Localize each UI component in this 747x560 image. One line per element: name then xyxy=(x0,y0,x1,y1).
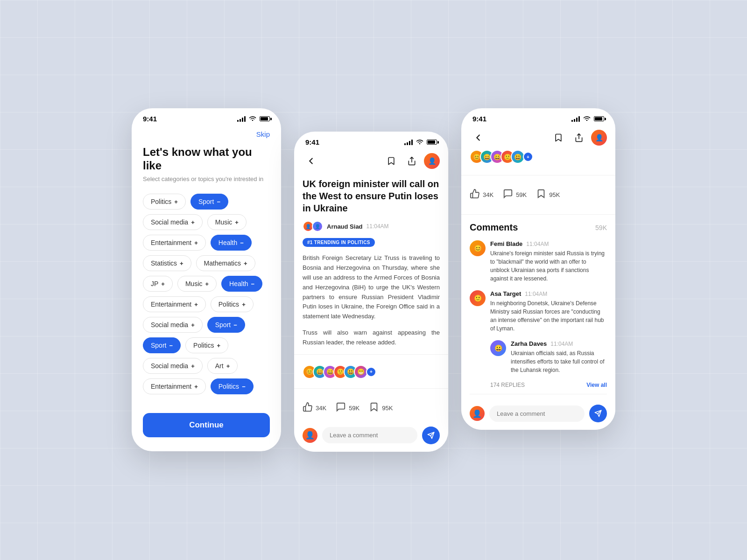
tag-health-2[interactable]: Health − xyxy=(221,276,262,292)
tag-art[interactable]: Art + xyxy=(207,358,238,374)
tag-music-2[interactable]: Music + xyxy=(177,276,217,292)
s3-likes-val: 34K xyxy=(483,191,493,198)
tag-add-icon-2: + xyxy=(191,219,195,226)
signal-icon-2 xyxy=(404,140,413,145)
tag-statistics[interactable]: Statistics + xyxy=(143,255,191,271)
tag-remove-icon-2: − xyxy=(240,239,244,246)
s3-comment-input-row: 👤 xyxy=(461,400,615,430)
wifi-icon-1 xyxy=(249,115,256,122)
tag-remove-icon: − xyxy=(217,198,220,205)
tag-music-1[interactable]: Music + xyxy=(207,214,247,230)
tag-add-icon-11: + xyxy=(191,322,195,329)
comment-icon xyxy=(336,402,346,414)
article-nav: 👤 xyxy=(294,149,448,173)
comment-input[interactable] xyxy=(322,427,417,443)
asa-time: 11:04AM xyxy=(525,291,547,297)
s3-send-button[interactable] xyxy=(589,405,607,422)
comments-count[interactable]: 59K xyxy=(336,402,359,414)
tag-health-1[interactable]: Health − xyxy=(211,235,252,251)
tag-entertainment-2[interactable]: Entertainment + xyxy=(143,296,206,312)
zarha-time: 11:04AM xyxy=(550,341,573,347)
status-bar-3: 9:41 xyxy=(461,108,615,126)
tag-add-icon-6: + xyxy=(244,260,247,267)
user-avatar-3[interactable]: 👤 xyxy=(591,130,607,146)
tag-socialmedia-1[interactable]: Social media + xyxy=(143,214,203,230)
share-button-3[interactable] xyxy=(571,129,587,146)
battery-icon-1 xyxy=(260,116,270,121)
comments-value: 59K xyxy=(349,405,359,412)
comment-asa: 🙂 Asa Target 11:04AM In neighboring Done… xyxy=(470,290,607,333)
tag-add-icon-9: + xyxy=(194,301,198,308)
article-title: UK foreign minister will call on the Wes… xyxy=(303,178,440,214)
time-3: 9:41 xyxy=(472,115,486,123)
back-button[interactable] xyxy=(303,153,319,169)
tag-politics-3[interactable]: Politics + xyxy=(185,337,228,353)
s3-bookmarks-react[interactable]: 95K xyxy=(536,189,560,201)
status-bar-1: 9:41 xyxy=(132,108,281,126)
nested-comment-zarha: 😀 Zarha Daves 11:04AM Ukrainian official… xyxy=(490,340,607,374)
zarha-name: Zarha Daves xyxy=(511,340,547,347)
comments-section: Comments 59K 😊 Femi Blade 11:04AM Ukrain… xyxy=(461,220,615,400)
s3-comment-input[interactable] xyxy=(489,406,585,422)
view-all-button[interactable]: View all xyxy=(586,382,607,388)
s3-bookmark-icon xyxy=(536,189,546,201)
skip-button[interactable]: Skip xyxy=(143,130,270,138)
tag-socialmedia-3[interactable]: Social media + xyxy=(143,358,203,374)
tag-remove-icon-6: − xyxy=(242,383,246,390)
bookmarks-count[interactable]: 95K xyxy=(369,402,393,414)
wifi-icon-2 xyxy=(416,139,423,146)
s3-like-icon xyxy=(470,189,480,201)
tag-politics-active[interactable]: Politics − xyxy=(211,378,254,394)
replies-row: 174 REPLIES View all xyxy=(490,382,607,388)
time-1: 9:41 xyxy=(143,115,157,123)
signal-icon-3 xyxy=(571,116,580,122)
page-subtitle: Select categories or topics you're intre… xyxy=(143,175,270,182)
tag-jp[interactable]: JP + xyxy=(143,276,173,292)
tag-remove-icon-3: − xyxy=(251,280,255,287)
s3-avatar-plus: + xyxy=(523,152,533,162)
tag-politics-2[interactable]: Politics + xyxy=(211,296,254,312)
likes-count[interactable]: 34K xyxy=(303,402,326,414)
tag-add-icon-4: + xyxy=(194,239,198,246)
share-button[interactable] xyxy=(403,153,420,169)
continue-button[interactable]: Continue xyxy=(143,413,270,437)
bookmark-count-icon xyxy=(369,402,379,414)
tag-sport-1[interactable]: Sport − xyxy=(190,194,228,210)
s3-likes[interactable]: 34K xyxy=(470,189,493,201)
tag-add-icon-14: + xyxy=(226,363,230,370)
article-text-1: British Foreign Secretary Liz Truss is t… xyxy=(303,253,440,322)
page-title: Let's know what you like xyxy=(143,146,270,173)
reactions-row: 34K 59K 95K xyxy=(303,398,440,418)
screen-comments: 9:41 xyxy=(461,108,615,430)
zarha-avatar: 😀 xyxy=(490,340,506,356)
zarha-comment: 😀 Zarha Daves 11:04AM Ukrainian official… xyxy=(490,340,607,374)
asa-avatar: 🙂 xyxy=(470,290,486,306)
tag-add-icon-3: + xyxy=(235,219,239,226)
comments-header: Comments 59K xyxy=(470,220,607,233)
tag-sport-2[interactable]: Sport − xyxy=(207,317,245,333)
time-2: 9:41 xyxy=(305,138,319,146)
tag-sport-3[interactable]: Sport − xyxy=(143,337,181,353)
femi-text: Ukraine's foreign minister said Russia i… xyxy=(490,249,607,283)
tag-socialmedia-2[interactable]: Social media + xyxy=(143,317,203,333)
tag-entertainment-3[interactable]: Entertainment + xyxy=(143,378,206,394)
tag-mathematics[interactable]: Mathematics + xyxy=(196,255,255,271)
send-button[interactable] xyxy=(422,427,440,444)
tag-politics-1[interactable]: Politics + xyxy=(143,194,186,210)
bookmark-button[interactable] xyxy=(383,153,400,169)
asa-text: In neighboring Donetsk, Ukraine's Defens… xyxy=(490,299,607,333)
zarha-text: Ukrainian officials said, as Russia inte… xyxy=(511,349,607,374)
s3-bookmarks-val: 95K xyxy=(549,191,560,198)
tag-entertainment-1[interactable]: Entertainment + xyxy=(143,235,206,251)
commenter-avatar: 👤 xyxy=(303,428,317,443)
s3-comments-react[interactable]: 59K xyxy=(503,189,527,201)
back-button-3[interactable] xyxy=(470,129,486,146)
article-text-2: Truss will also warn against appeasing t… xyxy=(303,328,440,348)
user-avatar-2[interactable]: 👤 xyxy=(424,153,440,169)
tag-remove-icon-5: − xyxy=(169,342,173,349)
status-icons-1 xyxy=(237,115,270,122)
bookmark-button-3[interactable] xyxy=(550,129,567,146)
divider-2 xyxy=(294,388,448,389)
article-content: UK foreign minister will call on the Wes… xyxy=(294,173,448,347)
status-bar-2: 9:41 xyxy=(294,132,448,149)
